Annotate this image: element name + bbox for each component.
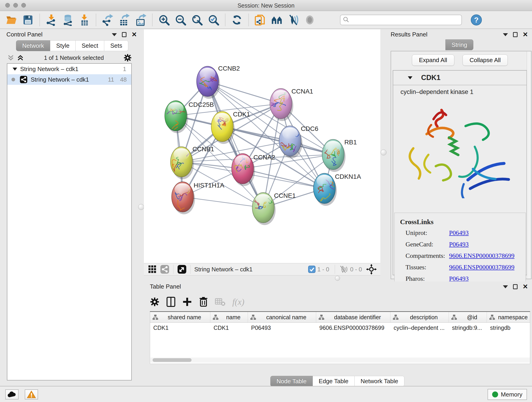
tab-node-table[interactable]: Node Table (270, 376, 313, 387)
panel-menu-icon[interactable] (503, 33, 508, 36)
bottom-splitter-handle[interactable] (335, 276, 340, 281)
network-node-CDC6[interactable] (279, 126, 304, 158)
help-icon[interactable]: ? (471, 14, 482, 26)
panel-menu-icon[interactable] (503, 285, 508, 288)
import-network-icon[interactable] (45, 14, 57, 26)
results-scrollbar[interactable] (527, 51, 531, 279)
export-image-icon[interactable] (135, 14, 147, 26)
network-graph[interactable]: CCNB2CCNA1CDC25BCDK1CDC6RB1CCNB1CCNA2CDK… (144, 29, 380, 263)
table-cell[interactable]: P06493 (248, 325, 316, 331)
tab-select[interactable]: Select (76, 40, 104, 51)
column-header-namespace[interactable]: namespace (487, 312, 530, 322)
panel-float-icon[interactable] (122, 32, 127, 37)
table-hscrollbar[interactable] (150, 357, 530, 363)
network-node-RB1[interactable] (322, 139, 346, 172)
crosslink-link[interactable]: 9606.ENSP00000378699 (449, 252, 514, 259)
table-cell[interactable]: cyclin–dependent ... (390, 325, 449, 331)
tab-sets[interactable]: Sets (104, 40, 128, 51)
table-cell[interactable]: 9606.ENSP00000378699 (316, 325, 390, 331)
export-network-icon[interactable] (102, 14, 114, 26)
search-field-wrap (340, 15, 462, 25)
tab-edge-table[interactable]: Edge Table (313, 376, 355, 387)
tab-network-table[interactable]: Network Table (355, 376, 404, 387)
table-cell[interactable]: CDK1 (210, 325, 248, 331)
right-splitter-handle[interactable] (380, 149, 386, 155)
memory-button[interactable]: Memory (488, 389, 527, 400)
panel-menu-icon[interactable] (112, 33, 117, 36)
show-columns-icon[interactable] (166, 297, 176, 307)
node-result-header[interactable]: CDK1 (393, 70, 526, 85)
table-cell[interactable]: CDK1 (150, 325, 210, 331)
zoom-selected-icon[interactable] (208, 14, 220, 26)
open-in-window-icon[interactable] (177, 264, 187, 274)
search-input[interactable] (340, 15, 462, 25)
panel-close-icon[interactable]: ✕ (523, 284, 528, 289)
table-cell[interactable]: stringdb:9... (449, 325, 487, 331)
column-header-shared-name[interactable]: shared name (150, 312, 210, 322)
column-header-@id[interactable]: @id (449, 312, 487, 322)
delete-column-icon[interactable] (199, 297, 208, 307)
string-network-icon (20, 76, 27, 83)
column-header-label: @id (459, 314, 487, 321)
hidden-eye-icon[interactable] (339, 265, 348, 273)
table-panel-chrome: ✕ (503, 284, 528, 289)
collapse-all-button[interactable]: Collapse All (462, 55, 508, 66)
panel-float-icon[interactable] (513, 284, 518, 289)
network-node-HIST1H1A[interactable] (172, 182, 195, 214)
crosslink-link[interactable]: P06493 (449, 241, 469, 248)
left-splitter-handle[interactable] (138, 204, 144, 210)
panel-float-icon[interactable] (513, 32, 518, 37)
save-session-icon[interactable] (22, 14, 34, 26)
tab-network[interactable]: Network (16, 40, 50, 51)
table-row[interactable]: CDK1CDK1P064939606.ENSP00000378699cyclin… (150, 323, 530, 333)
table-gear-icon[interactable] (150, 297, 159, 307)
crosslink-link[interactable]: 9606.ENSP00000378699 (449, 264, 514, 271)
network-node-CCNB2[interactable] (196, 66, 220, 99)
open-session-icon[interactable] (6, 14, 17, 26)
expand-all-icon[interactable] (7, 54, 15, 61)
network-collection-row[interactable]: String Network – cdk1 1 (7, 64, 131, 74)
gear-icon[interactable] (123, 54, 132, 62)
column-header-canonical-name[interactable]: canonical name (248, 312, 316, 322)
tab-style[interactable]: Style (50, 40, 76, 51)
panel-close-icon[interactable]: ✕ (523, 32, 528, 37)
expand-all-button[interactable]: Expand All (412, 55, 454, 66)
zoom-fit-icon[interactable] (191, 14, 203, 26)
add-column-icon[interactable] (182, 297, 192, 307)
toolbar-separator (152, 14, 152, 26)
crosslink-link[interactable]: P06493 (449, 229, 469, 236)
table-cell[interactable]: stringdb (487, 325, 530, 331)
import-table-icon[interactable] (78, 14, 90, 26)
collapse-all-icon[interactable] (17, 54, 24, 61)
selected-checkbox-icon[interactable] (308, 266, 316, 273)
refresh-icon[interactable] (231, 14, 243, 26)
network-share-icon[interactable] (160, 264, 170, 274)
network-canvas[interactable]: CCNB2CCNA1CDC25BCDK1CDC6RB1CCNB1CCNA2CDK… (144, 29, 380, 263)
column-header-name[interactable]: name (210, 312, 248, 322)
cloud-button[interactable] (5, 389, 19, 400)
tab-string[interactable]: String (445, 39, 473, 50)
footer-separator (173, 265, 173, 274)
render-detail-icon[interactable] (304, 14, 316, 26)
entry-expander-icon[interactable] (407, 75, 413, 80)
warnings-button[interactable] (25, 389, 38, 400)
clone-network-icon[interactable] (254, 14, 266, 26)
network-row[interactable]: String Network – cdk1 11 48 (7, 74, 131, 85)
network-node-CDKN1A[interactable] (313, 173, 337, 206)
network-node-CCNA1[interactable] (269, 89, 293, 121)
zoom-out-icon[interactable] (175, 14, 186, 26)
fit-selected-crosshair-icon[interactable] (366, 264, 377, 274)
export-table-icon[interactable] (118, 14, 130, 26)
warning-icon (27, 390, 36, 398)
column-header-description[interactable]: description (390, 312, 449, 322)
birdseye-grid-icon[interactable] (148, 265, 157, 274)
import-database-icon[interactable] (62, 14, 74, 26)
show-hide-panels-icon[interactable] (271, 14, 283, 26)
panel-close-icon[interactable]: ✕ (132, 32, 137, 37)
network-collection-label: String Network – cdk1 (20, 65, 123, 73)
zoom-in-icon[interactable] (158, 14, 170, 26)
tree-expander-icon[interactable] (12, 67, 17, 71)
column-header-database-identifier[interactable]: database identifier (316, 312, 390, 322)
hide-details-icon[interactable] (287, 14, 299, 26)
table-hscroll-thumb[interactable] (152, 358, 191, 362)
